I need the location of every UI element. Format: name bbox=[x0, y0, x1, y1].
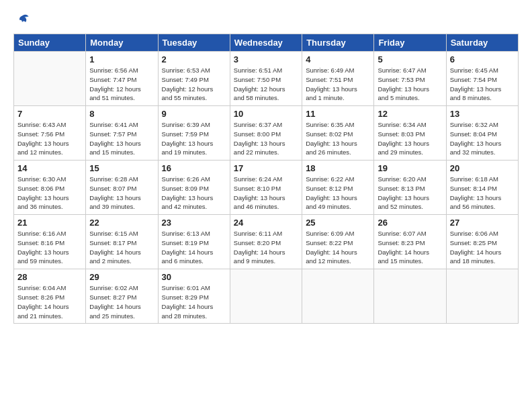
day-info: Sunrise: 6:02 AM Sunset: 8:27 PM Dayligh… bbox=[89, 283, 154, 320]
day-number: 8 bbox=[89, 109, 154, 119]
calendar-cell: 11Sunrise: 6:35 AM Sunset: 8:02 PM Dayli… bbox=[302, 106, 374, 161]
calendar-cell: 7Sunrise: 6:43 AM Sunset: 7:56 PM Daylig… bbox=[14, 106, 86, 161]
day-info: Sunrise: 6:43 AM Sunset: 7:56 PM Dayligh… bbox=[17, 120, 82, 157]
day-info: Sunrise: 6:26 AM Sunset: 8:09 PM Dayligh… bbox=[162, 175, 226, 212]
day-info: Sunrise: 6:32 AM Sunset: 8:04 PM Dayligh… bbox=[450, 120, 515, 157]
day-info: Sunrise: 6:01 AM Sunset: 8:29 PM Dayligh… bbox=[162, 283, 226, 320]
calendar-cell bbox=[230, 269, 302, 324]
logo bbox=[13, 12, 30, 27]
calendar-cell: 28Sunrise: 6:04 AM Sunset: 8:26 PM Dayli… bbox=[14, 269, 86, 324]
calendar-cell: 15Sunrise: 6:28 AM Sunset: 8:07 PM Dayli… bbox=[86, 161, 158, 215]
calendar-cell: 30Sunrise: 6:01 AM Sunset: 8:29 PM Dayli… bbox=[158, 269, 230, 324]
day-number: 25 bbox=[306, 218, 370, 228]
day-info: Sunrise: 6:24 AM Sunset: 8:10 PM Dayligh… bbox=[234, 175, 298, 212]
day-number: 4 bbox=[306, 54, 370, 64]
day-number: 16 bbox=[162, 163, 226, 173]
calendar-cell bbox=[14, 52, 86, 106]
day-number: 9 bbox=[162, 109, 226, 119]
day-number: 22 bbox=[89, 218, 154, 228]
calendar-week-4: 21Sunrise: 6:16 AM Sunset: 8:16 PM Dayli… bbox=[14, 215, 519, 269]
day-number: 6 bbox=[450, 54, 515, 64]
day-info: Sunrise: 6:07 AM Sunset: 8:23 PM Dayligh… bbox=[378, 229, 442, 266]
calendar-cell: 29Sunrise: 6:02 AM Sunset: 8:27 PM Dayli… bbox=[86, 269, 158, 324]
day-info: Sunrise: 6:35 AM Sunset: 8:02 PM Dayligh… bbox=[306, 120, 370, 157]
day-info: Sunrise: 6:37 AM Sunset: 8:00 PM Dayligh… bbox=[234, 120, 298, 157]
calendar-cell: 24Sunrise: 6:11 AM Sunset: 8:20 PM Dayli… bbox=[230, 215, 302, 269]
day-info: Sunrise: 6:06 AM Sunset: 8:25 PM Dayligh… bbox=[450, 229, 515, 266]
day-info: Sunrise: 6:18 AM Sunset: 8:14 PM Dayligh… bbox=[450, 175, 515, 212]
day-info: Sunrise: 6:41 AM Sunset: 7:57 PM Dayligh… bbox=[89, 120, 154, 157]
calendar-week-3: 14Sunrise: 6:30 AM Sunset: 8:06 PM Dayli… bbox=[14, 161, 519, 215]
day-info: Sunrise: 6:51 AM Sunset: 7:50 PM Dayligh… bbox=[234, 66, 298, 103]
day-number: 12 bbox=[378, 109, 442, 119]
calendar-cell: 8Sunrise: 6:41 AM Sunset: 7:57 PM Daylig… bbox=[86, 106, 158, 161]
calendar-cell: 21Sunrise: 6:16 AM Sunset: 8:16 PM Dayli… bbox=[14, 215, 86, 269]
day-number: 19 bbox=[378, 163, 442, 173]
calendar-cell: 17Sunrise: 6:24 AM Sunset: 8:10 PM Dayli… bbox=[230, 161, 302, 215]
day-number: 1 bbox=[89, 54, 154, 64]
day-number: 2 bbox=[162, 54, 226, 64]
day-number: 21 bbox=[17, 218, 82, 228]
day-number: 17 bbox=[234, 163, 298, 173]
day-number: 5 bbox=[378, 54, 442, 64]
calendar-week-1: 1Sunrise: 6:56 AM Sunset: 7:47 PM Daylig… bbox=[14, 52, 519, 106]
calendar-cell: 16Sunrise: 6:26 AM Sunset: 8:09 PM Dayli… bbox=[158, 161, 230, 215]
calendar-cell: 27Sunrise: 6:06 AM Sunset: 8:25 PM Dayli… bbox=[446, 215, 518, 269]
day-info: Sunrise: 6:56 AM Sunset: 7:47 PM Dayligh… bbox=[89, 66, 154, 103]
calendar-cell: 19Sunrise: 6:20 AM Sunset: 8:13 PM Dayli… bbox=[374, 161, 446, 215]
header bbox=[13, 12, 519, 27]
calendar-week-2: 7Sunrise: 6:43 AM Sunset: 7:56 PM Daylig… bbox=[14, 106, 519, 161]
calendar-cell bbox=[302, 269, 374, 324]
calendar-cell: 6Sunrise: 6:45 AM Sunset: 7:54 PM Daylig… bbox=[446, 52, 518, 106]
day-number: 11 bbox=[306, 109, 370, 119]
calendar-cell: 26Sunrise: 6:07 AM Sunset: 8:23 PM Dayli… bbox=[374, 215, 446, 269]
day-number: 26 bbox=[378, 218, 442, 228]
calendar-cell: 23Sunrise: 6:13 AM Sunset: 8:19 PM Dayli… bbox=[158, 215, 230, 269]
calendar-header-row: SundayMondayTuesdayWednesdayThursdayFrid… bbox=[14, 34, 519, 52]
day-number: 20 bbox=[450, 163, 515, 173]
day-info: Sunrise: 6:39 AM Sunset: 7:59 PM Dayligh… bbox=[162, 120, 226, 157]
day-number: 27 bbox=[450, 218, 515, 228]
calendar-week-5: 28Sunrise: 6:04 AM Sunset: 8:26 PM Dayli… bbox=[14, 269, 519, 324]
logo-bird-icon bbox=[15, 12, 30, 27]
day-info: Sunrise: 6:22 AM Sunset: 8:12 PM Dayligh… bbox=[306, 175, 370, 212]
calendar-cell: 14Sunrise: 6:30 AM Sunset: 8:06 PM Dayli… bbox=[14, 161, 86, 215]
day-info: Sunrise: 6:13 AM Sunset: 8:19 PM Dayligh… bbox=[162, 229, 226, 266]
day-number: 7 bbox=[17, 109, 82, 119]
col-header-sunday: Sunday bbox=[14, 34, 86, 52]
page: SundayMondayTuesdayWednesdayThursdayFrid… bbox=[0, 0, 532, 411]
day-info: Sunrise: 6:34 AM Sunset: 8:03 PM Dayligh… bbox=[378, 120, 442, 157]
day-info: Sunrise: 6:20 AM Sunset: 8:13 PM Dayligh… bbox=[378, 175, 442, 212]
day-info: Sunrise: 6:28 AM Sunset: 8:07 PM Dayligh… bbox=[89, 175, 154, 212]
calendar-cell: 20Sunrise: 6:18 AM Sunset: 8:14 PM Dayli… bbox=[446, 161, 518, 215]
day-number: 10 bbox=[234, 109, 298, 119]
calendar-cell: 13Sunrise: 6:32 AM Sunset: 8:04 PM Dayli… bbox=[446, 106, 518, 161]
day-number: 23 bbox=[162, 218, 226, 228]
calendar-cell: 2Sunrise: 6:53 AM Sunset: 7:49 PM Daylig… bbox=[158, 52, 230, 106]
day-number: 28 bbox=[17, 272, 82, 282]
col-header-tuesday: Tuesday bbox=[158, 34, 230, 52]
day-number: 14 bbox=[17, 163, 82, 173]
col-header-wednesday: Wednesday bbox=[230, 34, 302, 52]
day-info: Sunrise: 6:49 AM Sunset: 7:51 PM Dayligh… bbox=[306, 66, 370, 103]
day-number: 18 bbox=[306, 163, 370, 173]
calendar-cell: 4Sunrise: 6:49 AM Sunset: 7:51 PM Daylig… bbox=[302, 52, 374, 106]
calendar-cell: 9Sunrise: 6:39 AM Sunset: 7:59 PM Daylig… bbox=[158, 106, 230, 161]
day-info: Sunrise: 6:04 AM Sunset: 8:26 PM Dayligh… bbox=[17, 283, 82, 320]
day-info: Sunrise: 6:09 AM Sunset: 8:22 PM Dayligh… bbox=[306, 229, 370, 266]
calendar-cell: 10Sunrise: 6:37 AM Sunset: 8:00 PM Dayli… bbox=[230, 106, 302, 161]
col-header-friday: Friday bbox=[374, 34, 446, 52]
day-number: 3 bbox=[234, 54, 298, 64]
day-number: 24 bbox=[234, 218, 298, 228]
calendar-cell: 25Sunrise: 6:09 AM Sunset: 8:22 PM Dayli… bbox=[302, 215, 374, 269]
calendar-cell: 22Sunrise: 6:15 AM Sunset: 8:17 PM Dayli… bbox=[86, 215, 158, 269]
day-number: 13 bbox=[450, 109, 515, 119]
day-info: Sunrise: 6:53 AM Sunset: 7:49 PM Dayligh… bbox=[162, 66, 226, 103]
calendar-table: SundayMondayTuesdayWednesdayThursdayFrid… bbox=[13, 34, 519, 324]
day-info: Sunrise: 6:47 AM Sunset: 7:53 PM Dayligh… bbox=[378, 66, 442, 103]
day-info: Sunrise: 6:16 AM Sunset: 8:16 PM Dayligh… bbox=[17, 229, 82, 266]
col-header-thursday: Thursday bbox=[302, 34, 374, 52]
col-header-saturday: Saturday bbox=[446, 34, 518, 52]
col-header-monday: Monday bbox=[86, 34, 158, 52]
calendar-cell: 1Sunrise: 6:56 AM Sunset: 7:47 PM Daylig… bbox=[86, 52, 158, 106]
